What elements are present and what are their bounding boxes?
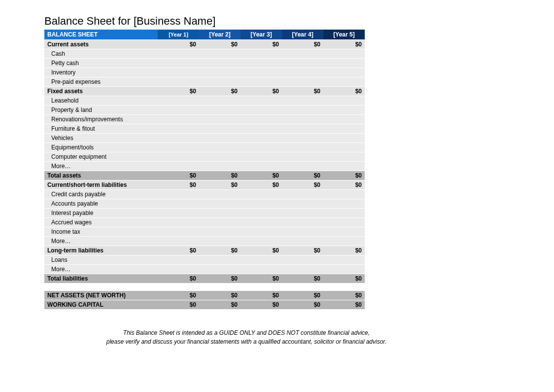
cell-value: [282, 217, 323, 227]
cell-value: [323, 264, 365, 274]
cell-value: $0: [158, 246, 199, 255]
row-label: Current assets: [44, 39, 158, 49]
cell-value: [199, 264, 241, 274]
row-label: More…: [44, 161, 158, 171]
cell-value: [199, 105, 241, 114]
cell-value: $0: [199, 39, 241, 49]
cell-value: [282, 96, 323, 105]
cell-value: [241, 236, 282, 246]
cell-value: [323, 227, 365, 236]
cell-value: [323, 255, 365, 264]
cell-value: [282, 77, 323, 86]
row-label: [44, 283, 158, 291]
cell-value: [282, 58, 323, 68]
cell-value: $0: [323, 300, 365, 310]
cell-value: [241, 49, 282, 58]
cell-value: [199, 189, 241, 199]
cell-value: $0: [282, 86, 323, 96]
table-row: Credit cards payable: [44, 189, 365, 199]
cell-value: [158, 217, 199, 227]
table-row: [44, 283, 365, 291]
table-row: Long-term liabilities$0$0$0$0$0: [44, 246, 365, 255]
cell-value: [241, 133, 282, 143]
cell-value: $0: [158, 171, 199, 180]
cell-value: [158, 227, 199, 236]
cell-value: $0: [323, 274, 365, 283]
cell-value: [158, 114, 199, 124]
row-label: More…: [44, 264, 158, 274]
cell-value: [241, 189, 282, 199]
cell-value: [323, 49, 365, 58]
cell-value: $0: [323, 39, 365, 49]
row-label: Equipment/tools: [44, 143, 158, 152]
cell-value: [199, 236, 241, 246]
cell-value: [282, 161, 323, 171]
cell-value: $0: [199, 246, 241, 255]
row-label: Accrued wages: [44, 217, 158, 227]
cell-value: [282, 283, 323, 291]
disclaimer-line-1: This Balance Sheet is intended as a GUID…: [123, 329, 370, 336]
cell-value: $0: [241, 291, 282, 300]
cell-value: $0: [282, 300, 323, 310]
cell-value: [323, 96, 365, 105]
row-label: Income tax: [44, 227, 158, 236]
cell-value: [323, 283, 365, 291]
row-label: Vehicles: [44, 133, 158, 143]
cell-value: [282, 208, 323, 217]
table-row: Pre-paid expenses: [44, 77, 365, 86]
row-label: Leasehold: [44, 96, 158, 105]
cell-value: [199, 68, 241, 77]
cell-value: [323, 58, 365, 68]
cell-value: [323, 105, 365, 114]
row-label: Inventory: [44, 68, 158, 77]
cell-value: [158, 77, 199, 86]
table-row: Furniture & fitout: [44, 124, 365, 133]
cell-value: [282, 105, 323, 114]
cell-value: [199, 143, 241, 152]
cell-value: $0: [158, 180, 199, 189]
cell-value: [241, 124, 282, 133]
cell-value: [199, 96, 241, 105]
row-label: Total liabilities: [44, 274, 158, 283]
cell-value: [158, 255, 199, 264]
row-label: Total assets: [44, 171, 158, 180]
cell-value: [199, 58, 241, 68]
cell-value: [199, 208, 241, 217]
cell-value: [323, 68, 365, 77]
cell-value: $0: [282, 180, 323, 189]
cell-value: [158, 152, 199, 161]
row-label: Credit cards payable: [44, 189, 158, 199]
table-row: More…: [44, 161, 365, 171]
table-row: NET ASSETS (NET WORTH)$0$0$0$0$0: [44, 291, 365, 300]
cell-value: [282, 236, 323, 246]
table-row: WORKING CAPITAL$0$0$0$0$0: [44, 300, 365, 310]
row-label: Cash: [44, 49, 158, 58]
cell-value: [199, 114, 241, 124]
page-title: Balance Sheet for [Business Name]: [44, 15, 510, 28]
table-row: Total assets$0$0$0$0$0: [44, 171, 365, 180]
cell-value: [323, 152, 365, 161]
cell-value: [199, 49, 241, 58]
cell-value: [282, 255, 323, 264]
cell-value: [241, 217, 282, 227]
cell-value: [199, 255, 241, 264]
table-row: Fixed assets$0$0$0$0$0: [44, 86, 365, 96]
table-row: Vehicles: [44, 133, 365, 143]
cell-value: [323, 217, 365, 227]
cell-value: [199, 217, 241, 227]
cell-value: [241, 161, 282, 171]
cell-value: [323, 133, 365, 143]
cell-value: [241, 143, 282, 152]
disclaimer-line-2: please verify and discuss your financial…: [106, 338, 387, 345]
cell-value: $0: [241, 246, 282, 255]
cell-value: [282, 143, 323, 152]
cell-value: $0: [199, 291, 241, 300]
cell-value: [282, 133, 323, 143]
table-row: Property & land: [44, 105, 365, 114]
cell-value: [158, 49, 199, 58]
cell-value: $0: [158, 39, 199, 49]
table-row: Inventory: [44, 68, 365, 77]
cell-value: $0: [282, 274, 323, 283]
cell-value: [199, 283, 241, 291]
cell-value: [282, 189, 323, 199]
